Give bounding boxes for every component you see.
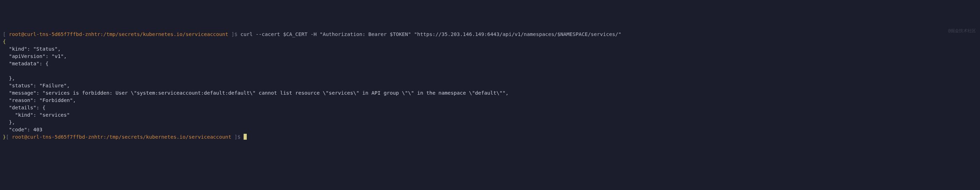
prompt-path: /tmp/secrets/kubernetes.io/serviceaccoun… — [103, 32, 228, 37]
json-details-open: "details": { — [3, 105, 45, 110]
prompt-line-2: [ root@curl-tns-5d65f7ffbd-znhtr:/tmp/se… — [6, 134, 247, 140]
json-metadata-close: }, — [3, 75, 15, 81]
json-close-brace: } — [3, 134, 6, 140]
json-metadata-open: "metadata": { — [3, 61, 49, 66]
watermark: @掘金技术社区 — [948, 28, 976, 34]
prompt-user-host-2: root@curl-tns-5d65f7ffbd-znhtr: — [12, 134, 107, 140]
prompt-dollar: $ — [234, 32, 237, 37]
json-open-brace: { — [3, 39, 6, 44]
json-api-version: "apiVersion": "v1", — [3, 53, 67, 59]
prompt-open-bracket: [ — [3, 32, 9, 37]
command-text: curl --cacert $CA_CERT -H "Authorization… — [237, 32, 621, 37]
prompt-user-host: root@curl-tns-5d65f7ffbd-znhtr: — [9, 32, 103, 37]
prompt-close-bracket-2: ] — [231, 134, 237, 140]
prompt-dollar-2: $ — [237, 134, 240, 140]
cursor[interactable] — [243, 134, 247, 140]
terminal-output[interactable]: [ root@curl-tns-5d65f7ffbd-znhtr:/tmp/se… — [3, 31, 977, 141]
prompt-line-1: [ root@curl-tns-5d65f7ffbd-znhtr:/tmp/se… — [3, 32, 621, 37]
json-reason: "reason": "Forbidden", — [3, 97, 76, 103]
json-metadata-blank — [3, 68, 15, 74]
json-kind: "kind": "Status", — [3, 46, 61, 52]
json-code: "code": 403 — [3, 127, 43, 133]
json-details-close: }, — [3, 120, 15, 125]
prompt-path-2: /tmp/secrets/kubernetes.io/serviceaccoun… — [107, 134, 231, 140]
json-message: "message": "services is forbidden: User … — [3, 90, 509, 96]
prompt-close-bracket: ] — [228, 32, 234, 37]
json-status: "status": "Failure", — [3, 83, 70, 88]
prompt-open-bracket-2: [ — [6, 134, 12, 140]
json-details-kind: "kind": "services" — [3, 112, 70, 118]
